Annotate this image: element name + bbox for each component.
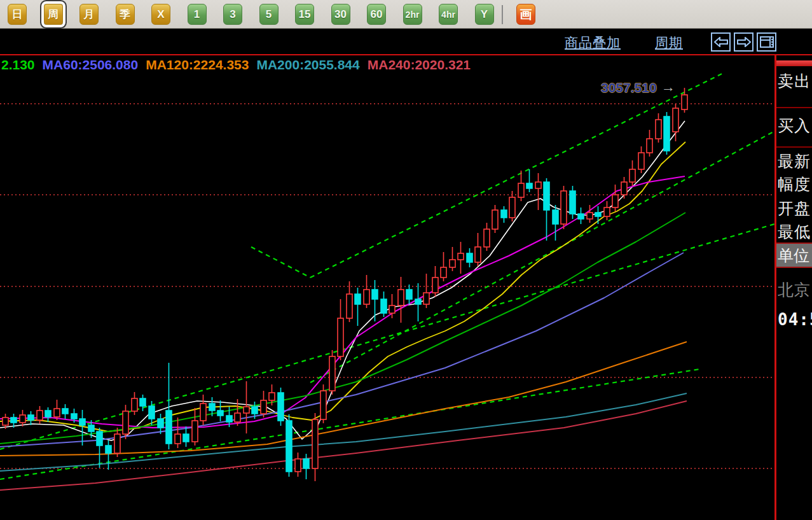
period-link[interactable]: 周期 bbox=[655, 34, 683, 52]
period-button-15[interactable]: 15 bbox=[295, 4, 314, 25]
period-button-5[interactable]: 5 bbox=[259, 4, 279, 25]
trendline-channel-pre bbox=[251, 247, 310, 278]
period-toolbar: 日周月季X1351530602hr4hrY画 bbox=[0, 0, 812, 29]
draw-tool-button[interactable]: 画 bbox=[516, 4, 535, 25]
commodity-overlay-link[interactable]: 商品叠加 bbox=[565, 34, 621, 52]
beijing-clock: 04:5 bbox=[778, 310, 812, 329]
candlestick-chart[interactable] bbox=[0, 55, 774, 520]
chart-header-strip: 商品叠加 周期 bbox=[0, 29, 812, 54]
period-button-30[interactable]: 30 bbox=[331, 4, 350, 25]
period-button-2hr[interactable]: 2hr bbox=[403, 4, 422, 25]
period-button-60[interactable]: 60 bbox=[367, 4, 386, 25]
period-button-3[interactable]: 3 bbox=[223, 4, 242, 25]
period-button-季[interactable]: 季 bbox=[116, 4, 135, 25]
sidebar-divider bbox=[776, 107, 812, 108]
arrow-right-icon[interactable] bbox=[734, 32, 754, 52]
period-button-月[interactable]: 月 bbox=[79, 4, 99, 25]
buy-button[interactable]: 买入 bbox=[778, 115, 812, 136]
trendline-fan-long bbox=[0, 224, 774, 449]
sidebar-divider bbox=[776, 146, 812, 148]
period-button-Y[interactable]: Y bbox=[475, 4, 494, 25]
quote-field-latest: 最新 bbox=[778, 151, 812, 172]
quote-field-low: 最低 bbox=[778, 221, 812, 242]
chart-canvas bbox=[0, 55, 774, 520]
sidebar-red-bar bbox=[776, 60, 812, 66]
toolbar-divider bbox=[502, 5, 503, 24]
trendline-channel-lower bbox=[310, 131, 774, 383]
period-button-日[interactable]: 日 bbox=[8, 4, 27, 25]
period-button-1[interactable]: 1 bbox=[188, 4, 207, 25]
arrow-left-icon[interactable] bbox=[711, 32, 731, 52]
beijing-label: 北京 bbox=[778, 279, 812, 300]
unit-row[interactable]: 单位 bbox=[776, 242, 812, 268]
quote-sidebar: 卖出 买入 最新 幅度 开盘 最低 单位 北京 04:5 bbox=[776, 55, 812, 520]
quote-field-range: 幅度 bbox=[778, 174, 812, 195]
period-button-4hr[interactable]: 4hr bbox=[439, 4, 458, 25]
period-button-X[interactable]: X bbox=[151, 4, 170, 25]
quote-field-open: 开盘 bbox=[778, 198, 812, 219]
trading-app-window: 日周月季X1351530602hr4hrY画 商品叠加 周期 2.130MA60… bbox=[0, 0, 812, 520]
layout-split-icon[interactable] bbox=[757, 32, 776, 52]
sell-button[interactable]: 卖出 bbox=[778, 71, 812, 92]
period-button-周[interactable]: 周 bbox=[44, 4, 63, 25]
candles bbox=[3, 88, 687, 481]
